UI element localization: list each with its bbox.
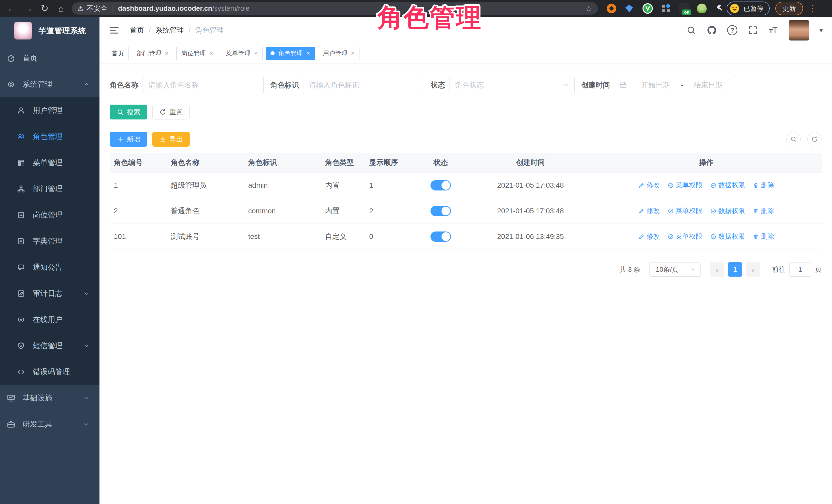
- prev-page-button[interactable]: ‹: [710, 262, 724, 276]
- extensions-puzzle-icon[interactable]: [714, 3, 725, 14]
- role-key-input[interactable]: [303, 76, 424, 94]
- fullscreen-icon[interactable]: [748, 25, 758, 35]
- breadcrumb-section[interactable]: 系统管理: [155, 25, 184, 35]
- data-permission-action[interactable]: 数据权限: [710, 232, 745, 241]
- menu-permission-action[interactable]: 菜单权限: [668, 181, 703, 190]
- sidebar-item-dict[interactable]: 字典管理: [0, 228, 100, 254]
- menu-permission-action[interactable]: 菜单权限: [668, 206, 703, 215]
- sidebar-item-menus[interactable]: 菜单管理: [0, 150, 100, 176]
- date-range-picker[interactable]: 开始日期 - 结束日期: [614, 76, 736, 94]
- sidebar-item-users[interactable]: 用户管理: [0, 98, 100, 124]
- extension-icon-green-creature[interactable]: [697, 4, 707, 13]
- pencil-icon: [639, 208, 645, 214]
- sidebar-item-online-users[interactable]: 在线用户: [0, 307, 100, 333]
- row-actions: 修改 菜单权限 数据权限 删除: [591, 198, 822, 223]
- data-permission-action[interactable]: 数据权限: [710, 206, 745, 215]
- tab-users[interactable]: 用户管理 ×: [318, 47, 360, 60]
- add-button[interactable]: 新增: [110, 132, 147, 147]
- tab-posts[interactable]: 岗位管理 ×: [176, 47, 218, 60]
- next-page-button[interactable]: ›: [746, 262, 760, 276]
- profile-paused-badge[interactable]: 已暂停: [727, 2, 770, 16]
- close-icon[interactable]: ×: [306, 50, 310, 57]
- edit-action[interactable]: 修改: [639, 206, 660, 215]
- sidebar-item-label: 部门管理: [33, 184, 62, 194]
- sidebar-item-error-codes[interactable]: 错误码管理: [0, 359, 100, 385]
- export-button[interactable]: 导出: [152, 132, 190, 147]
- add-button-label: 新增: [127, 135, 140, 144]
- filter-create-time: 创建时间 开始日期 - 结束日期: [581, 76, 736, 94]
- delete-action[interactable]: 删除: [753, 206, 774, 215]
- toggle-search-button[interactable]: [786, 132, 801, 147]
- close-icon[interactable]: ×: [209, 50, 213, 57]
- role-key: admin: [244, 173, 321, 198]
- tab-home[interactable]: 首页: [107, 47, 129, 60]
- hamburger-icon[interactable]: [109, 25, 120, 36]
- bookmark-star-icon[interactable]: ☆: [586, 4, 592, 13]
- data-permission-action[interactable]: 数据权限: [710, 181, 745, 190]
- avatar-caret-down-icon[interactable]: ▾: [820, 26, 823, 34]
- search-button[interactable]: 搜索: [110, 105, 147, 120]
- delete-action[interactable]: 删除: [753, 181, 774, 190]
- paused-label: 已暂停: [744, 4, 763, 13]
- breadcrumb-home[interactable]: 首页: [130, 25, 144, 35]
- search-icon[interactable]: [686, 25, 696, 35]
- sidebar-item-sms[interactable]: 短信管理: [0, 333, 100, 359]
- tab-menus[interactable]: 菜单管理 ×: [221, 47, 263, 60]
- sidebar-item-infrastructure[interactable]: 基础设施: [0, 385, 100, 411]
- status-toggle[interactable]: [431, 232, 451, 242]
- status-toggle[interactable]: [431, 180, 451, 190]
- sidebar-item-dev-tools[interactable]: 研发工具: [0, 411, 100, 437]
- sidebar-item-system[interactable]: 系统管理: [0, 71, 100, 98]
- row-actions: 修改 菜单权限 数据权限 删除: [591, 224, 822, 249]
- goto-page-input[interactable]: [789, 262, 811, 276]
- url-host: dashboard.yudao.iocoder.cn: [118, 5, 212, 12]
- status-select[interactable]: 角色状态: [449, 76, 575, 94]
- search-icon: [790, 136, 797, 143]
- extension-icon-grid[interactable]: [661, 3, 671, 14]
- browser-home-icon[interactable]: ⌂: [53, 1, 69, 16]
- close-icon[interactable]: ×: [254, 50, 258, 57]
- sidebar-item-roles[interactable]: 角色管理: [0, 124, 100, 150]
- extension-icon-dark-on[interactable]: on: [679, 3, 689, 14]
- edit-action[interactable]: 修改: [639, 181, 660, 190]
- plus-icon: [116, 136, 124, 143]
- sidebar-item-home[interactable]: 首页: [0, 45, 100, 71]
- reset-button[interactable]: 重置: [152, 105, 190, 120]
- close-icon[interactable]: ×: [351, 50, 355, 57]
- app-logo[interactable]: 芋道管理系统: [0, 17, 100, 45]
- sidebar-item-departments[interactable]: 部门管理: [0, 176, 100, 202]
- user-avatar[interactable]: [789, 20, 809, 41]
- extension-icon-orange-ring[interactable]: [607, 4, 616, 13]
- address-bar[interactable]: ⚠ 不安全 dashboard.yudao.iocoder.cn/system/…: [72, 2, 598, 15]
- edit-action[interactable]: 修改: [639, 232, 660, 241]
- security-label[interactable]: 不安全: [87, 4, 107, 13]
- filter-actions: 搜索 重置: [110, 105, 822, 120]
- create-time-label: 创建时间: [581, 80, 610, 90]
- status-toggle[interactable]: [431, 206, 451, 216]
- extension-icon-green-v[interactable]: [642, 3, 653, 14]
- browser-reload-icon[interactable]: ↻: [36, 1, 53, 16]
- tab-departments[interactable]: 部门管理 ×: [132, 47, 173, 60]
- close-icon[interactable]: ×: [165, 50, 168, 57]
- browser-forward-icon[interactable]: →: [20, 1, 36, 16]
- sidebar-item-notice[interactable]: 通知公告: [0, 254, 100, 281]
- browser-update-button[interactable]: 更新: [775, 2, 803, 15]
- browser-menu-kebab-icon[interactable]: ⋮: [808, 4, 817, 13]
- role-name-input[interactable]: [142, 76, 264, 94]
- page-size-select[interactable]: 10条/页: [649, 262, 701, 276]
- tab-roles[interactable]: 角色管理 ×: [266, 47, 315, 60]
- browser-back-icon[interactable]: ←: [4, 1, 20, 16]
- help-icon[interactable]: ?: [727, 25, 737, 35]
- delete-action[interactable]: 删除: [753, 232, 774, 241]
- refresh-table-button[interactable]: [807, 132, 822, 147]
- current-page-button[interactable]: 1: [728, 262, 742, 276]
- sidebar-item-audit-log[interactable]: 审计日志: [0, 281, 100, 307]
- active-tab-dot: [270, 51, 275, 55]
- sidebar-item-posts[interactable]: 岗位管理: [0, 202, 100, 228]
- github-icon[interactable]: [707, 25, 717, 35]
- filter-role-key: 角色标识: [270, 76, 424, 94]
- font-size-icon[interactable]: [768, 25, 778, 35]
- gear-icon: [7, 80, 16, 89]
- menu-permission-action[interactable]: 菜单权限: [668, 232, 703, 241]
- extension-icon-blue-gem[interactable]: [624, 3, 634, 14]
